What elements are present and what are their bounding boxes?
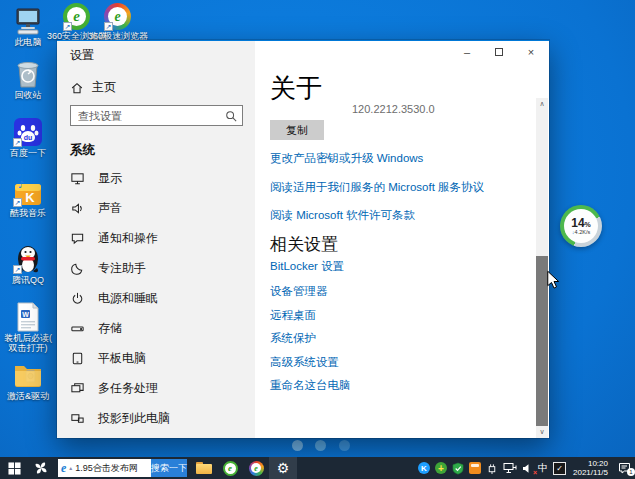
desktop-icon-label: 腾讯QQ	[12, 275, 44, 285]
sidebar-item-label: 通知和操作	[98, 230, 158, 247]
minimize-icon: –	[464, 46, 470, 58]
power-icon	[70, 291, 85, 306]
sidebar-item-tablet[interactable]: 平板电脑	[57, 343, 255, 373]
link-change-product-key[interactable]: 更改产品密钥或升级 Windows	[270, 151, 423, 166]
desktop-icon-kuwo-music[interactable]: K ♪ ↗ 酷我音乐	[1, 177, 55, 218]
sidebar-item-power-sleep[interactable]: 电源和睡眠	[57, 283, 255, 313]
tray-antivirus-icon[interactable]: +	[435, 462, 447, 474]
windows-logo-icon	[8, 462, 21, 475]
taskbar-app-pinwheel[interactable]	[28, 457, 54, 479]
this-pc-icon	[13, 7, 43, 35]
caret-up-icon: ▲	[68, 465, 73, 471]
svg-text:du: du	[24, 134, 33, 141]
taskbar-search-deskband[interactable]: e ▲ 1.95合击发布网	[58, 459, 151, 477]
sidebar-item-notifications[interactable]: 通知和操作	[57, 223, 255, 253]
tray-ime-indicator[interactable]: 中	[538, 461, 548, 475]
tablet-icon	[70, 351, 85, 366]
maximize-button[interactable]	[483, 41, 515, 63]
link-bitlocker[interactable]: BitLocker 设置	[270, 259, 344, 274]
link-remote-desktop[interactable]: 远程桌面	[270, 308, 316, 323]
settings-sidebar: 设置 主页 系统 显示	[57, 41, 255, 438]
taskbar: e ▲ 1.95合击发布网 搜索一下 e e ⚙ K +	[0, 457, 635, 479]
sidebar-item-storage[interactable]: 存储	[57, 313, 255, 343]
tray-volume-muted-icon[interactable]: ×	[522, 463, 533, 474]
start-button[interactable]	[0, 457, 28, 479]
sidebar-item-multitasking[interactable]: 多任务处理	[57, 373, 255, 403]
settings-search-input[interactable]	[71, 110, 225, 122]
speed-ball-core: 14% ↓4.2K/s	[564, 209, 598, 243]
desktop-icon-label: 回收站	[15, 90, 42, 100]
svg-text:W: W	[22, 311, 29, 318]
desktop: e ↗ 360安全浏览器 e ↗ 360极速浏览器 此电脑	[0, 0, 635, 479]
tray-network-icon[interactable]	[503, 462, 517, 474]
multitask-icon	[70, 381, 85, 396]
link-services-agreement[interactable]: 阅读适用于我们服务的 Microsoft 服务协议	[270, 180, 484, 195]
sidebar-item-focus-assist[interactable]: 专注助手	[57, 253, 255, 283]
sidebar-nav: 显示 声音 通知和操作	[57, 163, 255, 433]
related-settings-title: 相关设置	[270, 233, 338, 256]
desktop-icon-baidu[interactable]: du ↗ 百度一下	[1, 117, 55, 158]
taskbar-app-explorer[interactable]	[191, 457, 217, 479]
desktop-icon-this-pc[interactable]: 此电脑	[1, 6, 55, 47]
sidebar-item-home[interactable]: 主页	[70, 79, 116, 96]
gear-icon: ⚙	[277, 460, 290, 476]
action-center-button[interactable]: 1	[618, 462, 631, 474]
shortcut-arrow-icon: ↗	[13, 138, 22, 147]
wallpaper-dot	[315, 440, 326, 451]
close-icon: ×	[528, 46, 534, 58]
scrollbar[interactable]: ∧ ∨	[536, 98, 548, 438]
mouse-cursor	[546, 270, 562, 290]
speaker-icon	[70, 201, 85, 216]
sidebar-item-label: 专注助手	[98, 260, 146, 277]
maximize-icon	[495, 48, 503, 56]
link-system-protection[interactable]: 系统保护	[270, 331, 316, 346]
shortcut-arrow-icon: ↗	[63, 22, 72, 31]
desktop-icon-drivers-folder[interactable]: 激活&驱动	[1, 360, 55, 401]
svg-text:♪: ♪	[18, 179, 24, 190]
taskbar-app-multi-browser[interactable]: e	[243, 457, 269, 479]
sidebar-item-sound[interactable]: 声音	[57, 193, 255, 223]
search-icon	[225, 110, 237, 122]
moon-icon	[70, 261, 85, 276]
tray-orange-app-icon[interactable]	[469, 462, 481, 474]
tray-shield-icon[interactable]	[452, 462, 464, 475]
taskbar-search-button[interactable]: 搜索一下	[151, 459, 187, 477]
link-license-terms[interactable]: 阅读 Microsoft 软件许可条款	[270, 208, 415, 223]
ie-icon: e	[61, 461, 66, 476]
desktop-icon-360-speed-browser[interactable]: e ↗ 360极速浏览器	[97, 3, 139, 41]
sidebar-item-label: 多任务处理	[98, 380, 158, 397]
settings-search-box[interactable]	[70, 105, 243, 126]
taskbar-app-green-browser[interactable]: e	[217, 457, 243, 479]
tray-kuwo-icon[interactable]: K	[418, 462, 430, 474]
desktop-icon-label: 酷我音乐	[10, 208, 46, 218]
tray-checkbox-icon[interactable]: ✓	[553, 462, 566, 475]
scroll-up-icon[interactable]: ∧	[536, 98, 548, 110]
speed-ball-widget[interactable]: 14% ↓4.2K/s	[560, 205, 602, 247]
sidebar-item-projecting[interactable]: 投影到此电脑	[57, 403, 255, 433]
shortcut-arrow-icon: ↗	[13, 198, 22, 207]
desktop-icon-readme-doc[interactable]: W 装机后必读( 双击打开)	[1, 302, 55, 353]
network-speed: ↓4.2K/s	[572, 230, 590, 236]
drive-icon	[70, 321, 85, 336]
taskbar-app-settings-active[interactable]: ⚙	[269, 457, 297, 479]
settings-content: – × 关于 120.2212.3530.0 复制 更改产品密钥或升级 Wind…	[255, 41, 549, 438]
copy-button[interactable]: 复制	[270, 120, 324, 140]
sidebar-item-label: 投影到此电脑	[98, 410, 170, 427]
folder-icon	[13, 362, 43, 388]
desktop-icon-tencent-qq[interactable]: ↗ 腾讯QQ	[1, 244, 55, 285]
link-device-manager[interactable]: 设备管理器	[270, 284, 328, 299]
link-rename-pc[interactable]: 重命名这台电脑	[270, 378, 351, 393]
sidebar-item-label: 存储	[98, 320, 122, 337]
tray-usb-icon[interactable]	[486, 462, 498, 475]
minimize-button[interactable]: –	[451, 41, 483, 63]
desktop-icon-recycle-bin[interactable]: 回收站	[1, 59, 55, 100]
taskbar-clock[interactable]: 10:20 2021/11/5	[571, 459, 610, 477]
notification-badge: 1	[627, 468, 635, 476]
recycle-bin-icon	[15, 59, 41, 89]
scroll-down-icon[interactable]: ∨	[536, 426, 548, 438]
taskbar-search-text[interactable]: 1.95合击发布网	[75, 462, 138, 475]
close-button[interactable]: ×	[515, 41, 547, 63]
link-advanced-system[interactable]: 高级系统设置	[270, 355, 339, 370]
sidebar-item-label: 声音	[98, 200, 122, 217]
sidebar-item-display[interactable]: 显示	[57, 163, 255, 193]
